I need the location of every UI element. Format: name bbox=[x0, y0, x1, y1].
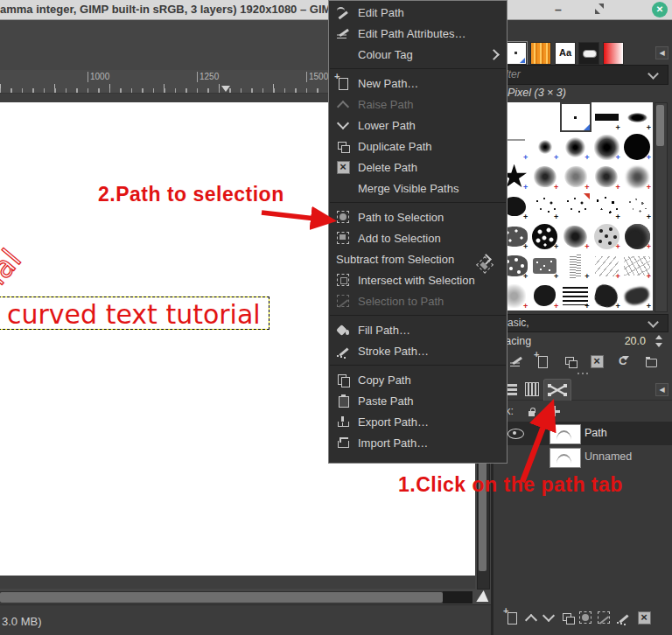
chevron-down-icon[interactable] bbox=[648, 68, 659, 80]
brush-cell-hlines[interactable]: + bbox=[560, 281, 591, 311]
brush-grid-scrollbar[interactable] bbox=[654, 102, 668, 312]
stroke-path-icon[interactable] bbox=[616, 611, 630, 625]
duplicate-brush-icon[interactable] bbox=[564, 354, 578, 368]
path-thumbnail[interactable] bbox=[550, 424, 581, 444]
dock-collapse-button[interactable]: ◀ bbox=[655, 46, 668, 59]
lock-path-icon[interactable] bbox=[527, 404, 541, 418]
brush-cell-sponge[interactable]: + bbox=[529, 251, 560, 281]
menu-item-import-path[interactable]: Import Path… bbox=[329, 432, 507, 453]
open-brush-icon[interactable] bbox=[644, 354, 658, 368]
menu-item-fill-path[interactable]: Fill Path… bbox=[329, 319, 507, 340]
brush-cell-sketch[interactable]: + bbox=[622, 251, 653, 281]
menu-item-delete-path[interactable]: Delete Path bbox=[329, 157, 507, 178]
brush-cell-bar[interactable]: + bbox=[592, 102, 622, 132]
path-row-path[interactable]: Path bbox=[494, 422, 672, 445]
menu-item-label: Stroke Path… bbox=[358, 345, 429, 358]
menu-item-label: Paste Path bbox=[358, 394, 414, 408]
path-thumbnail[interactable] bbox=[550, 448, 581, 468]
brush-cell-ellipse[interactable]: + bbox=[622, 102, 653, 132]
brush-cell-smudge[interactable]: + bbox=[622, 281, 653, 311]
brush-cell-splat[interactable]: + bbox=[529, 162, 560, 192]
brush-cell-grain[interactable]: + bbox=[622, 221, 653, 251]
paths-tab[interactable] bbox=[543, 379, 571, 401]
menu-item-path-to-selection[interactable]: Path to Selection bbox=[329, 206, 507, 227]
fonts-tab[interactable]: Aa bbox=[555, 42, 576, 65]
new-brush-icon[interactable] bbox=[536, 354, 550, 368]
channels-tab[interactable] bbox=[522, 379, 542, 400]
spacing-value[interactable]: 20.0 bbox=[625, 335, 646, 347]
menu-item-copy-path[interactable]: Copy Path bbox=[329, 369, 507, 390]
brush-cell-specks-dense[interactable]: + bbox=[592, 192, 622, 221]
brush-cell-disc[interactable]: + bbox=[622, 132, 653, 162]
canvas-navigation-button[interactable] bbox=[474, 589, 491, 604]
delete-path-icon[interactable] bbox=[637, 611, 651, 625]
brush-cell-specks[interactable] bbox=[560, 192, 591, 221]
path-curve-icon bbox=[556, 430, 571, 440]
menu-item-label: Export Path… bbox=[358, 415, 429, 429]
brush-cell-splat[interactable]: + bbox=[592, 162, 622, 192]
brush-filter-input[interactable]: filter bbox=[494, 65, 668, 85]
new-path-icon[interactable] bbox=[505, 611, 519, 625]
brush-cell-specks-sparse[interactable]: + bbox=[622, 192, 653, 221]
menu-item-stroke-path[interactable]: Stroke Path… bbox=[329, 340, 507, 361]
minimize-button[interactable]: – bbox=[550, 0, 567, 19]
brush-cell-rough[interactable]: + bbox=[592, 281, 622, 311]
edit-brush-icon[interactable] bbox=[509, 354, 523, 368]
dock-drag-handle-icon[interactable] bbox=[578, 373, 579, 374]
brush-cell-blank[interactable] bbox=[529, 102, 560, 132]
brush-cell-splat-light[interactable]: + bbox=[560, 162, 591, 192]
brush-cell-splat-rough[interactable]: + bbox=[560, 221, 591, 251]
menu-item-raise-path[interactable]: Raise Path bbox=[329, 94, 507, 115]
paths-context-menu: Edit PathEdit Path Attributes…Colour Tag… bbox=[328, 0, 508, 464]
dialog-collapse-button[interactable]: ◀ bbox=[655, 383, 668, 396]
lower-path-icon[interactable] bbox=[542, 611, 556, 625]
menu-item-new-path[interactable]: New Path… bbox=[329, 73, 507, 94]
restore-button[interactable] bbox=[595, 5, 604, 14]
path-to-selection-icon[interactable] bbox=[578, 611, 592, 625]
brush-grid[interactable]: +++++++++++++++++++++++++++++++ bbox=[499, 102, 653, 311]
spacing-spinner[interactable] bbox=[654, 335, 663, 347]
menu-item-paste-path[interactable]: Paste Path bbox=[329, 390, 507, 411]
menu-item-export-path[interactable]: Export Path… bbox=[329, 411, 507, 432]
patterns-tab[interactable] bbox=[530, 42, 551, 65]
lock-position-icon[interactable] bbox=[548, 404, 562, 418]
horizontal-scrollbar[interactable] bbox=[0, 591, 472, 604]
brush-cell-scratch[interactable]: + bbox=[560, 251, 591, 281]
brush-cell-blob-dark2[interactable]: + bbox=[529, 281, 560, 311]
delete-brush-icon[interactable] bbox=[590, 354, 604, 368]
menu-item-subtract-from-selection[interactable]: Subtract from Selection bbox=[329, 248, 507, 269]
chevron-down-icon[interactable] bbox=[648, 317, 659, 328]
brush-grid-scrollbar-thumb[interactable] bbox=[656, 105, 664, 146]
close-button[interactable]: ✕ bbox=[652, 2, 668, 17]
brush-tag-select[interactable]: Basic, bbox=[494, 314, 668, 332]
menu-item-colour-tag[interactable]: Colour Tag bbox=[329, 44, 507, 65]
menu-item-label: Colour Tag bbox=[358, 48, 413, 61]
gradients-tab[interactable] bbox=[603, 42, 624, 65]
brush-cell-specks[interactable]: + bbox=[529, 192, 560, 221]
selection-to-path-icon[interactable] bbox=[597, 611, 611, 625]
menu-item-intersect-with-selection[interactable]: Intersect with Selection bbox=[329, 269, 507, 290]
horizontal-scrollbar-thumb[interactable] bbox=[0, 592, 443, 603]
brush-cell-fuzzy-m[interactable]: + bbox=[560, 132, 591, 162]
menu-item-lower-path[interactable]: Lower Path bbox=[329, 115, 507, 136]
menu-item-merge-visible-paths[interactable]: Merge Visible Paths bbox=[329, 178, 507, 199]
menu-item-add-to-selection[interactable]: Add to Selection bbox=[329, 227, 507, 248]
visibility-eye-icon[interactable] bbox=[508, 429, 524, 439]
brush-cell-honeycomb[interactable]: + bbox=[529, 221, 560, 251]
path-row-unnamed[interactable]: Unnamed bbox=[494, 445, 672, 469]
menu-item-edit-path[interactable]: Edit Path bbox=[329, 2, 507, 23]
duplicate-path-icon[interactable] bbox=[561, 611, 575, 625]
brush-cell-splat-soft[interactable]: + bbox=[622, 162, 653, 192]
menu-item-edit-path-attributes[interactable]: Edit Path Attributes… bbox=[329, 23, 507, 44]
brushes-tab[interactable] bbox=[506, 42, 527, 65]
menu-item-duplicate-path[interactable]: Duplicate Path bbox=[329, 136, 507, 157]
menu-item-selection-to-path[interactable]: Selection to Path bbox=[329, 290, 507, 311]
brush-cell-fuzzy-l[interactable]: + bbox=[592, 132, 622, 162]
raise-path-icon[interactable] bbox=[524, 611, 538, 625]
brush-cell-fuzzy-s[interactable]: + bbox=[529, 132, 560, 162]
refresh-brushes-icon[interactable] bbox=[617, 354, 631, 368]
brush-cell-dot[interactable] bbox=[560, 102, 591, 132]
brush-cell-dashes[interactable]: + bbox=[592, 251, 622, 281]
brush-cell-dotring[interactable]: + bbox=[592, 221, 622, 251]
tool-presets-tab[interactable] bbox=[578, 42, 599, 65]
